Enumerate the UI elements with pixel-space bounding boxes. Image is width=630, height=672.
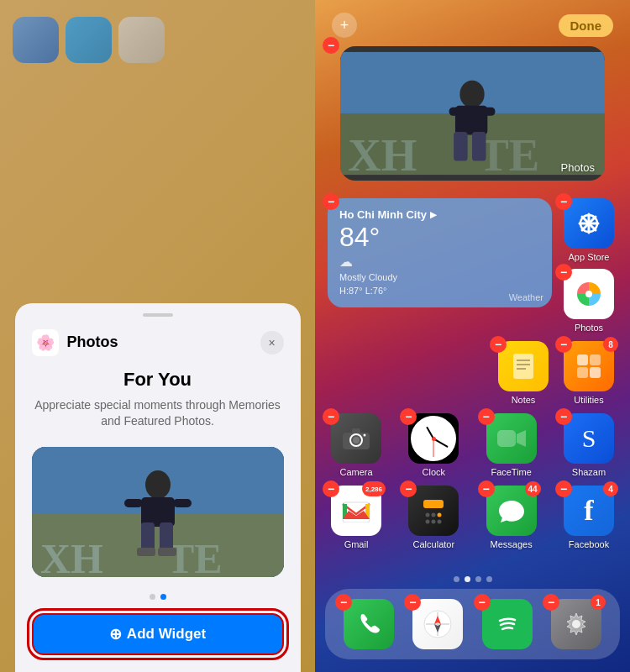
gmail-minus[interactable]: −: [323, 480, 339, 497]
dock: − − −: [325, 589, 620, 659]
weather-label: Weather: [509, 292, 543, 302]
widget-row-1: − Ho Chi Minh City ▶ 84° ☁ Mostly Cloudy…: [328, 198, 617, 333]
photos-item[interactable]: − Photos: [560, 269, 617, 333]
appstore-icon: [564, 198, 614, 249]
weather-widget: Ho Chi Minh City ▶ 84° ☁ Mostly Cloudy H…: [328, 198, 552, 307]
safari-icon: [412, 599, 463, 649]
page-dot-1: [454, 576, 459, 582]
facetime-minus[interactable]: −: [478, 408, 495, 425]
gmail-label: Gmail: [344, 539, 369, 549]
utilities-item[interactable]: − 8 Utilities: [560, 341, 617, 405]
weather-minus[interactable]: −: [323, 193, 339, 210]
settings-svg: [562, 610, 591, 638]
person-image: XH TE: [32, 447, 284, 577]
svg-rect-9: [158, 548, 176, 556]
svg-point-49: [438, 513, 442, 517]
spotify-svg: [493, 610, 522, 638]
photos-label: Photos: [575, 323, 603, 333]
facetime-svg: [496, 428, 527, 449]
settings-dock-item[interactable]: − 1: [548, 599, 605, 649]
camera-svg: [342, 427, 370, 450]
safari-svg: [421, 607, 454, 641]
home-page-dots: [315, 576, 630, 582]
add-button[interactable]: +: [332, 13, 357, 38]
bg-app-twitter: [66, 17, 112, 63]
gmail-svg: [341, 499, 371, 522]
svg-point-4: [145, 470, 171, 499]
widget-preview-image: XH TE: [32, 447, 284, 577]
svg-marker-42: [517, 430, 526, 447]
svg-rect-33: [590, 354, 601, 365]
gmail-item[interactable]: − 2,286 Gmail: [328, 486, 385, 549]
svg-rect-21: [477, 108, 496, 116]
camera-item[interactable]: − Camera: [328, 413, 385, 477]
svg-point-52: [438, 520, 442, 524]
widget-title: For You: [32, 369, 284, 391]
photos-svg: [574, 279, 604, 309]
appstore-item[interactable]: − App Store: [560, 198, 617, 262]
facebook-icon: 4 f: [564, 486, 614, 536]
svg-rect-6: [141, 522, 155, 552]
svg-text:XH: XH: [348, 129, 417, 181]
utilities-label: Utilities: [574, 395, 603, 405]
svg-rect-28: [513, 354, 533, 379]
add-widget-label: Add Widget: [127, 626, 206, 643]
utilities-minus[interactable]: −: [555, 336, 572, 353]
notes-item[interactable]: − Notes: [495, 341, 552, 405]
messages-label: Messages: [491, 539, 533, 549]
spotify-minus[interactable]: −: [474, 594, 491, 611]
svg-point-50: [426, 520, 430, 524]
svg-point-16: [459, 81, 484, 108]
svg-text:TE: TE: [166, 535, 223, 577]
location-icon: ▶: [430, 210, 437, 219]
widget-desc: Appreciate special moments through Memor…: [32, 397, 284, 430]
svg-rect-41: [497, 430, 516, 447]
svg-rect-18: [454, 132, 467, 161]
photos-minus[interactable]: −: [555, 264, 572, 281]
facetime-item[interactable]: − FaceTime: [483, 413, 540, 477]
done-button[interactable]: Done: [559, 14, 614, 37]
photos-icon: 🌸: [32, 329, 59, 356]
calculator-item[interactable]: − Calculator: [405, 486, 462, 549]
facebook-minus[interactable]: −: [555, 480, 572, 497]
notes-minus[interactable]: −: [490, 336, 507, 353]
safari-dock-item[interactable]: −: [409, 599, 466, 649]
notes-utilities-row: − Notes − 8: [328, 341, 617, 405]
phone-dock-item[interactable]: −: [340, 599, 397, 649]
right-panel: + Done − XH TE Photos: [315, 0, 630, 672]
sheet-handle: [143, 313, 173, 317]
weather-widget-container[interactable]: − Ho Chi Minh City ▶ 84° ☁ Mostly Cloudy…: [328, 198, 552, 333]
phone-minus[interactable]: −: [335, 594, 352, 611]
facetime-label: FaceTime: [491, 467, 532, 477]
add-icon: ⊕: [109, 625, 122, 643]
svg-rect-35: [590, 367, 601, 378]
shazam-icon: S: [564, 413, 614, 464]
dot-2: [160, 594, 166, 600]
facebook-letter: f: [584, 496, 593, 525]
spotify-dock-item[interactable]: −: [479, 599, 536, 649]
clock-icon: [408, 413, 459, 464]
close-button[interactable]: ×: [260, 331, 284, 354]
photo-widget-image: XH TE: [340, 46, 605, 181]
svg-rect-19: [472, 132, 486, 161]
messages-badge: 44: [525, 481, 541, 496]
messages-item[interactable]: − 44 Messages: [483, 486, 540, 549]
settings-minus[interactable]: −: [543, 594, 559, 611]
photo-widget-container[interactable]: − XH TE Photos: [328, 42, 617, 185]
shazam-item[interactable]: − S Shazam: [560, 413, 617, 477]
shazam-minus[interactable]: −: [555, 408, 572, 425]
phone-icon: [344, 599, 394, 649]
add-widget-button[interactable]: ⊕ Add Widget: [32, 613, 284, 655]
svg-text:TE: TE: [478, 129, 539, 181]
svg-rect-37: [352, 428, 360, 434]
app-grid: − Ho Chi Minh City ▶ 84° ☁ Mostly Cloudy…: [315, 192, 630, 572]
bg-app-weather: [13, 17, 59, 63]
camera-minus[interactable]: −: [323, 408, 339, 425]
messages-minus[interactable]: −: [478, 480, 495, 497]
facebook-badge: 4: [603, 481, 618, 496]
svg-point-27: [585, 291, 592, 297]
clock-item[interactable]: − Clock: [405, 413, 462, 477]
appstore-minus[interactable]: −: [555, 193, 572, 210]
svg-point-47: [426, 513, 430, 517]
facebook-item[interactable]: − 4 f Facebook: [560, 486, 617, 549]
